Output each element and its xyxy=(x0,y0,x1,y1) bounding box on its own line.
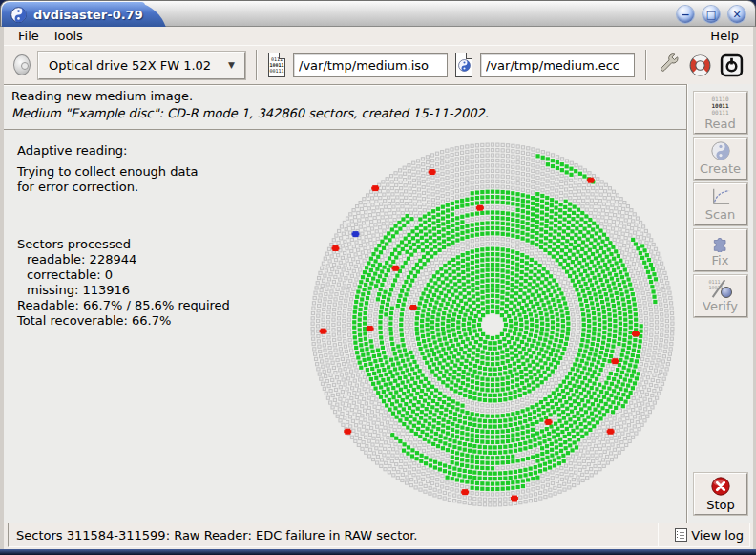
info-panel: Adaptive reading: Trying to collect enou… xyxy=(17,143,230,329)
maximize-button[interactable]: □ xyxy=(703,6,720,23)
scan-curve-icon xyxy=(710,187,731,206)
create-label: Create xyxy=(700,161,741,176)
scan-label: Scan xyxy=(705,207,736,222)
help-button[interactable] xyxy=(688,52,712,78)
minimize-button[interactable]: − xyxy=(677,6,694,23)
chevron-down-icon: ▼ xyxy=(220,57,239,73)
sectors-correctable: correctable: 0 xyxy=(17,267,230,283)
preferences-button[interactable] xyxy=(658,52,681,78)
stop-button[interactable]: Stop xyxy=(694,473,747,515)
verify-button[interactable]: 0111 10011 Verify xyxy=(694,275,747,317)
view-log-button[interactable]: View log xyxy=(659,523,750,547)
action-sidebar: 01110 10011 00111 Read Create xyxy=(686,84,753,523)
drive-selector[interactable]: Optical drive 52X FW 1.02 ▼ xyxy=(38,52,245,79)
wrench-icon xyxy=(658,53,681,76)
info-desc-2: for error correction. xyxy=(17,180,230,195)
view-log-label: View log xyxy=(691,528,744,543)
toolbar: Optical drive 52X FW 1.02 ▼ 0111 10011 0… xyxy=(4,45,753,84)
reading-view: Adaptive reading: Trying to collect enou… xyxy=(4,130,686,523)
optical-disc-icon xyxy=(13,54,31,75)
toolbar-separator xyxy=(256,50,258,80)
close-button[interactable]: ✕ xyxy=(728,6,746,23)
sectors-missing: missing: 113916 xyxy=(17,283,230,298)
window-title: dvdisaster-0.79 xyxy=(33,8,143,22)
menu-tools[interactable]: Tools xyxy=(46,28,90,44)
stop-label: Stop xyxy=(706,498,735,512)
fix-button[interactable]: Fix xyxy=(694,229,747,271)
app-logo-yinyang-icon xyxy=(10,7,27,23)
log-list-icon xyxy=(675,528,687,542)
power-icon xyxy=(720,53,744,77)
scan-button[interactable]: Scan xyxy=(694,183,747,225)
toolbar-separator xyxy=(645,50,647,80)
verify-icon: 0111 10011 xyxy=(709,279,732,298)
info-title: Adaptive reading: xyxy=(17,143,230,159)
action-header: Reading new medium image. Medium "Exampl… xyxy=(4,84,686,130)
info-desc-1: Trying to collect enough data xyxy=(17,164,230,180)
iso-file-icon: 0111 10011 00111 xyxy=(268,53,285,77)
ecc-file-icon xyxy=(455,53,472,77)
stop-icon xyxy=(710,476,731,497)
menu-help[interactable]: Help xyxy=(704,28,746,44)
read-binary-icon: 01110 10011 00111 xyxy=(711,96,728,116)
read-button[interactable]: 01110 10011 00111 Read xyxy=(694,92,747,134)
read-label: Read xyxy=(704,117,736,131)
readable-summary: Readable: 66.7% / 85.6% required xyxy=(17,298,230,313)
create-button[interactable]: Create xyxy=(694,138,747,180)
ecc-yinyang-icon xyxy=(458,59,471,72)
statusbar: Sectors 311584-311599: Raw Reader: EDC f… xyxy=(8,523,750,547)
create-yinyang-icon xyxy=(711,141,730,160)
menubar: File Tools Help xyxy=(4,27,753,45)
fix-label: Fix xyxy=(712,253,729,267)
drive-selector-value: Optical drive 52X FW 1.02 xyxy=(49,58,211,73)
quit-button[interactable] xyxy=(720,52,744,78)
action-title: Reading new medium image. xyxy=(11,89,686,103)
total-recoverable: Total recoverable: 66.7% xyxy=(17,313,230,329)
status-message-frame: Sectors 311584-311599: Raw Reader: EDC f… xyxy=(8,523,659,547)
disc-sector-map xyxy=(301,130,684,520)
medium-info: Medium "Example disc": CD-R mode 1, 3428… xyxy=(11,106,686,120)
ecc-path-input[interactable] xyxy=(480,53,635,77)
lifebuoy-icon xyxy=(688,53,712,77)
sectors-processed-title: Sectors processed xyxy=(17,237,230,252)
menu-file[interactable]: File xyxy=(11,28,46,44)
sectors-readable: readable: 228944 xyxy=(17,252,230,267)
verify-label: Verify xyxy=(703,299,738,313)
titlebar-tab: dvdisaster-0.79 xyxy=(2,2,145,27)
window-bottom-frame xyxy=(0,549,756,555)
titlebar: dvdisaster-0.79 − □ ✕ xyxy=(0,0,756,27)
iso-path-input[interactable] xyxy=(293,53,448,77)
window-body: File Tools Help Optical drive 52X FW 1.0… xyxy=(0,27,756,549)
fix-puzzle-icon xyxy=(711,233,730,252)
status-message: Sectors 311584-311599: Raw Reader: EDC f… xyxy=(16,528,417,543)
